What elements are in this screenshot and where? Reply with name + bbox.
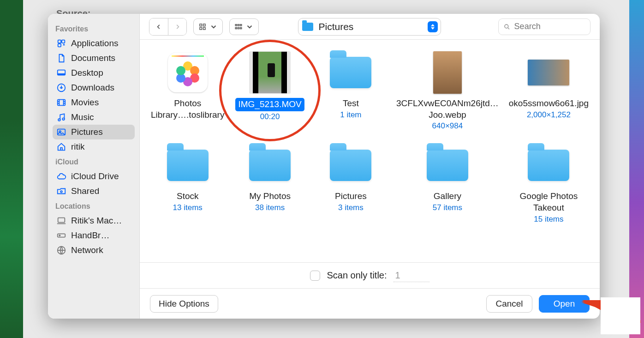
desktop-icon	[56, 68, 66, 78]
sidebar-item-music[interactable]: Music	[53, 110, 135, 125]
file-meta: 640×984	[432, 121, 463, 131]
file-title: My Photos	[247, 191, 292, 202]
sidebar-item-downloads[interactable]: Downloads	[53, 80, 135, 95]
laptop-icon	[56, 216, 66, 226]
file-meta: 57 items	[433, 203, 462, 212]
svg-rect-6	[58, 100, 66, 106]
open-file-sheet: Favorites Applications Documents Desktop…	[48, 14, 600, 319]
file-title: Gallery	[432, 191, 463, 202]
folder-icon	[427, 150, 468, 181]
open-options-bar: Scan only title:	[140, 262, 600, 288]
svg-rect-16	[200, 24, 202, 26]
svg-point-14	[59, 235, 60, 236]
scan-only-title-label: Scan only title:	[327, 270, 387, 281]
sidebar-header-locations: Locations	[55, 202, 135, 211]
sidebar-item-network[interactable]: Network	[53, 243, 135, 258]
svg-rect-24	[238, 27, 239, 29]
image-thumbnail	[528, 60, 569, 85]
main-panel: Pictures	[140, 14, 600, 319]
folder-gallery[interactable]: Gallery 57 items	[394, 145, 501, 223]
image-thumbnail	[433, 51, 462, 94]
sidebar-item-label: Documents	[71, 53, 115, 63]
folder-test[interactable]: Test 1 item	[314, 52, 388, 131]
file-meta: 13 items	[173, 203, 203, 212]
back-button[interactable]	[149, 18, 168, 35]
file-title: Photos Library….toslibrary	[149, 98, 226, 121]
hide-options-button[interactable]: Hide Options	[150, 295, 218, 313]
sidebar-item-pictures[interactable]: Pictures	[53, 125, 135, 139]
svg-rect-18	[200, 27, 202, 30]
sidebar-item-label: Music	[71, 112, 94, 122]
sidebar-item-handbrake[interactable]: HandBr…	[53, 228, 135, 243]
svg-point-8	[62, 118, 65, 120]
sidebar-header-icloud: iCloud	[55, 158, 135, 166]
svg-rect-2	[58, 44, 61, 47]
svg-rect-12	[58, 218, 65, 223]
search-field[interactable]	[498, 18, 590, 35]
shared-folder-icon	[56, 186, 66, 196]
sidebar-item-label: Ritik's Mac…	[71, 216, 122, 226]
svg-rect-21	[238, 24, 239, 25]
open-button[interactable]: Open	[539, 295, 590, 313]
sidebar-item-documents[interactable]: Documents	[53, 51, 135, 66]
file-meta: 2,000×1,252	[527, 110, 571, 120]
file-3cflx-webp[interactable]: 3CFLXvwEC0ANm26jtd…Joo.webp 640×984	[394, 52, 501, 131]
file-img-5213-mov[interactable]: IMG_5213.MOV 00:20	[233, 52, 307, 131]
file-photos-library[interactable]: Photos Library….toslibrary	[149, 52, 226, 131]
sidebar-item-mac[interactable]: Ritik's Mac…	[53, 213, 135, 228]
path-popup-button[interactable]: Pictures	[298, 18, 441, 36]
chevron-down-icon	[245, 23, 254, 31]
svg-point-7	[58, 119, 60, 121]
file-oko5-jpg[interactable]: oko5ssmow6o61.jpg 2,000×1,252	[507, 52, 590, 131]
sidebar-item-label: Pictures	[71, 127, 103, 137]
group-mode-button[interactable]	[229, 18, 259, 35]
file-title: Stock	[175, 191, 201, 202]
movies-icon	[56, 97, 66, 108]
sidebar-item-label: ritik	[71, 142, 85, 152]
sidebar-item-icloud-drive[interactable]: iCloud Drive	[53, 169, 135, 184]
sidebar-item-label: Applications	[71, 38, 118, 48]
folder-stock[interactable]: Stock 13 items	[149, 145, 226, 223]
view-mode-icon-button[interactable]	[193, 18, 223, 35]
photos-library-icon	[168, 53, 208, 92]
updown-icon	[428, 21, 438, 32]
scan-title-number-input[interactable]	[394, 269, 429, 282]
sidebar-item-movies[interactable]: Movies	[53, 95, 135, 110]
folder-icon	[330, 150, 371, 181]
search-input[interactable]	[514, 22, 585, 31]
sidebar-item-applications[interactable]: Applications	[53, 36, 135, 51]
file-meta: 15 items	[534, 215, 563, 224]
folder-my-photos[interactable]: My Photos 38 items	[233, 145, 307, 223]
file-grid-area[interactable]: Photos Library….toslibrary IMG_5213.MOV …	[140, 40, 600, 262]
sidebar-item-label: Network	[71, 245, 103, 255]
sidebar-item-desktop[interactable]: Desktop	[53, 66, 135, 80]
sheet-footer: Hide Options Cancel Open	[140, 288, 600, 319]
svg-rect-22	[240, 24, 242, 25]
file-meta: 38 items	[255, 203, 285, 212]
sidebar-item-label: Movies	[71, 97, 99, 108]
svg-rect-4	[58, 73, 66, 75]
doc-icon	[56, 53, 66, 63]
file-title: Test	[341, 98, 361, 109]
globe-icon	[56, 245, 66, 255]
folder-icon	[528, 150, 569, 181]
svg-rect-23	[235, 27, 237, 29]
folder-icon	[167, 150, 209, 181]
sidebar-item-label: iCloud Drive	[71, 171, 119, 181]
folder-icon	[249, 150, 291, 181]
folder-pictures[interactable]: Pictures 3 items	[314, 145, 388, 223]
file-meta: 1 item	[340, 110, 361, 120]
svg-rect-17	[203, 24, 206, 26]
folder-google-photos-takeout[interactable]: Google Photos Takeout 15 items	[507, 145, 590, 223]
sidebar-item-label: Downloads	[71, 83, 114, 93]
sidebar-item-shared[interactable]: Shared	[53, 184, 135, 199]
cloud-icon	[56, 171, 66, 181]
svg-rect-20	[235, 24, 237, 25]
disk-icon	[56, 230, 66, 241]
forward-button[interactable]	[168, 18, 186, 35]
scan-only-title-checkbox[interactable]	[310, 271, 320, 281]
cancel-button[interactable]: Cancel	[486, 295, 532, 313]
sidebar-item-label: HandBr…	[71, 230, 109, 241]
sidebar-item-home[interactable]: ritik	[53, 139, 135, 154]
sidebar-item-label: Desktop	[71, 68, 103, 78]
